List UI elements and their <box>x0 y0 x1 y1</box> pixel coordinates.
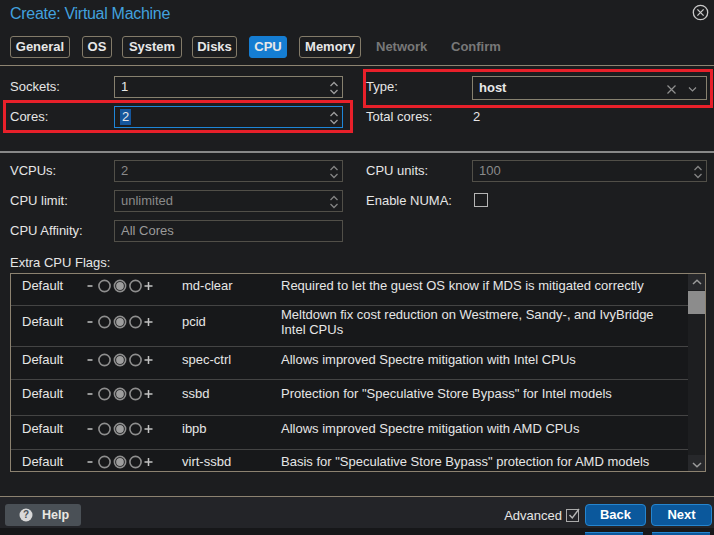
svg-text:?: ? <box>23 509 29 520</box>
